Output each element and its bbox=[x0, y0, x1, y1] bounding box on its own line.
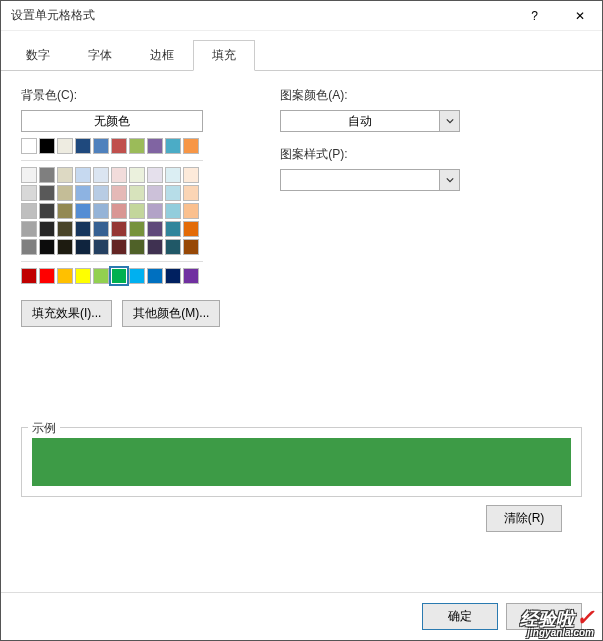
color-palette bbox=[21, 138, 220, 286]
color-swatch[interactable] bbox=[111, 138, 127, 154]
content-area: 背景色(C): 无颜色 填充效果(I)... 其他颜色(M)... 图案颜色(A… bbox=[1, 71, 602, 592]
color-swatch[interactable] bbox=[57, 138, 73, 154]
dialog-footer: 确定 取消 bbox=[1, 592, 602, 640]
sample-fieldset: 示例 bbox=[21, 427, 582, 497]
color-swatch[interactable] bbox=[39, 239, 55, 255]
color-swatch[interactable] bbox=[21, 167, 37, 183]
color-swatch[interactable] bbox=[75, 138, 91, 154]
color-swatch[interactable] bbox=[39, 221, 55, 237]
pattern-color-dropdown[interactable]: 自动 bbox=[280, 110, 460, 132]
close-button[interactable]: ✕ bbox=[557, 1, 602, 31]
color-swatch[interactable] bbox=[75, 221, 91, 237]
color-swatch[interactable] bbox=[39, 167, 55, 183]
color-swatch[interactable] bbox=[57, 203, 73, 219]
color-swatch[interactable] bbox=[183, 268, 199, 284]
color-swatch[interactable] bbox=[111, 268, 127, 284]
color-swatch[interactable] bbox=[75, 239, 91, 255]
chevron-down-icon bbox=[439, 111, 459, 131]
more-colors-button[interactable]: 其他颜色(M)... bbox=[122, 300, 220, 327]
color-swatch[interactable] bbox=[21, 221, 37, 237]
help-icon: ? bbox=[531, 9, 538, 23]
window-title: 设置单元格格式 bbox=[11, 7, 512, 24]
color-swatch[interactable] bbox=[57, 268, 73, 284]
color-swatch[interactable] bbox=[129, 138, 145, 154]
color-swatch[interactable] bbox=[165, 268, 181, 284]
color-swatch[interactable] bbox=[183, 167, 199, 183]
tab-fill[interactable]: 填充 bbox=[193, 40, 255, 71]
color-swatch[interactable] bbox=[21, 185, 37, 201]
color-swatch[interactable] bbox=[93, 221, 109, 237]
sample-label: 示例 bbox=[28, 420, 60, 437]
color-swatch[interactable] bbox=[165, 138, 181, 154]
color-swatch[interactable] bbox=[57, 185, 73, 201]
color-swatch[interactable] bbox=[93, 239, 109, 255]
color-swatch[interactable] bbox=[165, 185, 181, 201]
color-swatch[interactable] bbox=[165, 203, 181, 219]
clear-button[interactable]: 清除(R) bbox=[486, 505, 562, 532]
color-swatch[interactable] bbox=[129, 221, 145, 237]
color-swatch[interactable] bbox=[111, 221, 127, 237]
tab-border[interactable]: 边框 bbox=[131, 40, 193, 71]
pattern-color-value: 自动 bbox=[281, 113, 439, 130]
color-swatch[interactable] bbox=[75, 203, 91, 219]
close-icon: ✕ bbox=[575, 9, 585, 23]
tab-number[interactable]: 数字 bbox=[7, 40, 69, 71]
color-swatch[interactable] bbox=[57, 239, 73, 255]
color-swatch[interactable] bbox=[129, 239, 145, 255]
cancel-button[interactable]: 取消 bbox=[506, 603, 582, 630]
color-swatch[interactable] bbox=[147, 203, 163, 219]
color-swatch[interactable] bbox=[129, 203, 145, 219]
color-swatch[interactable] bbox=[183, 239, 199, 255]
color-swatch[interactable] bbox=[147, 239, 163, 255]
color-swatch[interactable] bbox=[57, 167, 73, 183]
bgcolor-label: 背景色(C): bbox=[21, 87, 220, 104]
pattern-section: 图案颜色(A): 自动 图案样式(P): bbox=[280, 87, 460, 327]
color-swatch[interactable] bbox=[165, 221, 181, 237]
no-color-button[interactable]: 无颜色 bbox=[21, 110, 203, 132]
ok-button[interactable]: 确定 bbox=[422, 603, 498, 630]
color-swatch[interactable] bbox=[93, 268, 109, 284]
help-button[interactable]: ? bbox=[512, 1, 557, 31]
color-swatch[interactable] bbox=[93, 185, 109, 201]
color-swatch[interactable] bbox=[21, 268, 37, 284]
color-swatch[interactable] bbox=[129, 167, 145, 183]
color-swatch[interactable] bbox=[21, 239, 37, 255]
color-swatch[interactable] bbox=[111, 203, 127, 219]
color-swatch[interactable] bbox=[183, 138, 199, 154]
color-swatch[interactable] bbox=[39, 185, 55, 201]
color-swatch[interactable] bbox=[147, 167, 163, 183]
color-swatch[interactable] bbox=[75, 185, 91, 201]
color-swatch[interactable] bbox=[75, 268, 91, 284]
chevron-down-icon bbox=[439, 170, 459, 190]
color-swatch[interactable] bbox=[147, 138, 163, 154]
color-swatch[interactable] bbox=[183, 221, 199, 237]
color-swatch[interactable] bbox=[165, 167, 181, 183]
tab-font[interactable]: 字体 bbox=[69, 40, 131, 71]
color-swatch[interactable] bbox=[165, 239, 181, 255]
color-swatch[interactable] bbox=[39, 138, 55, 154]
tab-bar: 数字 字体 边框 填充 bbox=[1, 39, 602, 71]
color-swatch[interactable] bbox=[111, 185, 127, 201]
color-swatch[interactable] bbox=[111, 239, 127, 255]
color-swatch[interactable] bbox=[129, 268, 145, 284]
color-swatch[interactable] bbox=[183, 185, 199, 201]
color-swatch[interactable] bbox=[57, 221, 73, 237]
color-swatch[interactable] bbox=[39, 203, 55, 219]
color-swatch[interactable] bbox=[21, 138, 37, 154]
color-swatch[interactable] bbox=[21, 203, 37, 219]
color-swatch[interactable] bbox=[183, 203, 199, 219]
color-swatch[interactable] bbox=[129, 185, 145, 201]
color-swatch[interactable] bbox=[147, 268, 163, 284]
color-swatch[interactable] bbox=[39, 268, 55, 284]
pattern-style-dropdown[interactable] bbox=[280, 169, 460, 191]
color-swatch[interactable] bbox=[147, 185, 163, 201]
color-swatch[interactable] bbox=[93, 167, 109, 183]
color-swatch[interactable] bbox=[93, 203, 109, 219]
fill-effects-button[interactable]: 填充效果(I)... bbox=[21, 300, 112, 327]
color-swatch[interactable] bbox=[75, 167, 91, 183]
sample-preview bbox=[32, 438, 571, 486]
titlebar: 设置单元格格式 ? ✕ bbox=[1, 1, 602, 31]
color-swatch[interactable] bbox=[111, 167, 127, 183]
color-swatch[interactable] bbox=[93, 138, 109, 154]
color-swatch[interactable] bbox=[147, 221, 163, 237]
